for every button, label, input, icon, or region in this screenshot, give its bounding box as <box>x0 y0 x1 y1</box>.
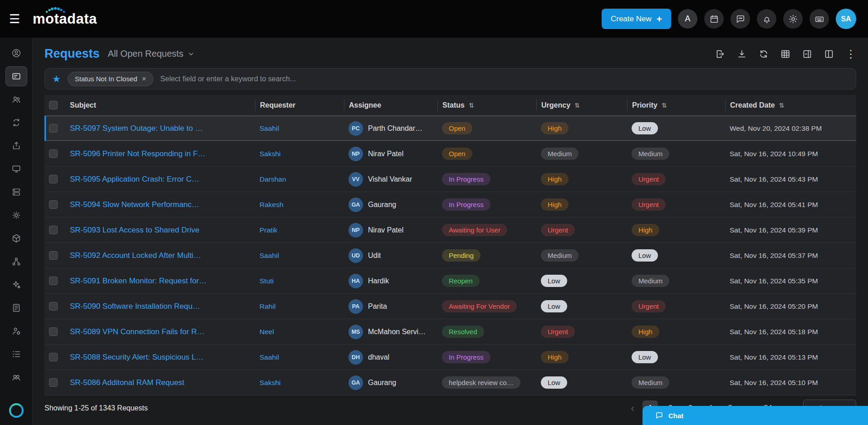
table-row[interactable]: SR-5092 Account Locked After Multi… Saah… <box>44 243 856 268</box>
column-requester[interactable]: Requester <box>255 99 344 111</box>
requester-link[interactable]: Darshan <box>260 175 286 183</box>
status-cell: Open <box>437 122 536 134</box>
chip-close-icon[interactable]: × <box>142 74 146 84</box>
sort-icon[interactable]: ⇅ <box>469 102 474 109</box>
row-checkbox[interactable] <box>49 251 58 260</box>
sidebar-item-admin[interactable] <box>5 321 27 341</box>
hamburger-menu-icon[interactable]: ☰ <box>9 12 30 26</box>
subject-link[interactable]: SR-5089 VPN Connection Fails for R… <box>70 327 205 336</box>
sidebar-item-assets[interactable] <box>5 159 27 179</box>
row-checkbox[interactable] <box>49 124 58 133</box>
chat-launcher[interactable]: Chat <box>642 406 868 425</box>
sidebar-item-changes[interactable] <box>5 113 27 133</box>
priority-cell: Urgent <box>627 173 725 185</box>
sort-icon[interactable]: ⇅ <box>779 102 785 109</box>
view-selector[interactable]: All Open Requests <box>108 49 195 59</box>
table-row[interactable]: SR-5089 VPN Connection Fails for R… Neel… <box>44 319 856 345</box>
row-checkbox[interactable] <box>49 378 58 387</box>
settings-button[interactable] <box>783 9 803 29</box>
table-view-button[interactable] <box>780 49 791 59</box>
subject-link[interactable]: SR-5094 Slow Network Performanc… <box>70 200 199 209</box>
column-subject[interactable]: Subject <box>65 99 255 111</box>
download-button[interactable] <box>736 49 747 59</box>
row-checkbox[interactable] <box>49 327 58 336</box>
chat-button[interactable] <box>731 9 750 29</box>
row-checkbox[interactable] <box>49 200 58 209</box>
column-created-date[interactable]: Created Date⇅ <box>725 99 856 111</box>
favorite-star-icon[interactable]: ★ <box>52 74 61 84</box>
row-checkbox[interactable] <box>49 277 58 285</box>
table-row[interactable]: SR-5097 System Outage: Unable to … Saahi… <box>44 116 856 141</box>
column-assignee[interactable]: Assignee <box>344 99 437 111</box>
select-all-checkbox[interactable] <box>49 101 58 109</box>
subject-link[interactable]: SR-5090 Software Installation Requ… <box>70 302 200 311</box>
column-priority[interactable]: Priority⇅ <box>627 99 725 111</box>
row-checkbox[interactable] <box>49 149 58 158</box>
subject-link[interactable]: SR-5091 Broken Monitor: Request for… <box>70 277 206 286</box>
requester-link[interactable]: Rahil <box>260 302 275 311</box>
subject-link[interactable]: SR-5092 Account Locked After Multi… <box>70 251 201 260</box>
topbar-actions: Create New + A <box>602 9 856 29</box>
row-checkbox[interactable] <box>49 226 58 234</box>
requester-link[interactable]: Saahil <box>260 124 279 133</box>
table-row[interactable]: SR-5086 Additonal RAM Request Sakshi GA … <box>44 370 856 395</box>
requester-link[interactable]: Sakshi <box>260 150 281 158</box>
column-status[interactable]: Status⇅ <box>437 99 536 111</box>
sidebar-item-ai[interactable] <box>5 275 27 295</box>
sidebar-item-requests[interactable] <box>5 66 27 86</box>
table-row[interactable]: SR-5094 Slow Network Performanc… Rakesh … <box>44 192 856 217</box>
sidebar-item-users[interactable] <box>5 89 27 109</box>
sort-icon[interactable]: ⇅ <box>662 102 667 109</box>
sort-icon[interactable]: ⇅ <box>574 102 580 109</box>
server-icon <box>11 187 21 197</box>
sidebar-item-topology[interactable] <box>5 252 27 272</box>
sidebar-item-dashboard[interactable] <box>5 43 27 63</box>
subject-link[interactable]: SR-5093 Lost Access to Shared Drive <box>70 226 199 235</box>
avatar[interactable]: A <box>678 9 697 29</box>
user-avatar[interactable]: SA <box>836 9 856 29</box>
refresh-button[interactable] <box>758 49 769 59</box>
column-urgency[interactable]: Urgency⇅ <box>536 99 627 111</box>
sidebar-item-tasks[interactable] <box>5 344 27 364</box>
sidebar-item-automation[interactable] <box>5 205 27 225</box>
sidebar-item-cmdb[interactable] <box>5 182 27 202</box>
table-row[interactable]: SR-5093 Lost Access to Shared Drive Prat… <box>44 217 856 243</box>
notifications-button[interactable] <box>757 9 776 29</box>
calendar-button[interactable] <box>704 9 724 29</box>
table-row[interactable]: SR-5088 Security Alert: Suspicious L… Sa… <box>44 345 856 370</box>
priority-badge: Low <box>632 122 658 134</box>
filter-chip[interactable]: Status Not In Closed × <box>68 72 154 86</box>
table-row[interactable]: SR-5091 Broken Monitor: Request for… Stu… <box>44 268 856 294</box>
table-row[interactable]: SR-5090 Software Installation Requ… Rahi… <box>44 294 856 319</box>
collapse-panel-button[interactable] <box>802 49 813 59</box>
row-checkbox[interactable] <box>49 353 58 361</box>
requester-link[interactable]: Neel <box>260 328 274 336</box>
subject-link[interactable]: SR-5096 Printer Not Responding in F… <box>70 149 206 158</box>
requester-link[interactable]: Saahil <box>260 353 279 361</box>
prev-page-button[interactable]: ‹ <box>627 402 638 415</box>
subject-link[interactable]: SR-5088 Security Alert: Suspicious L… <box>70 353 204 362</box>
export-button[interactable] <box>715 49 726 59</box>
sidebar-item-teams[interactable] <box>5 367 27 387</box>
search-input[interactable] <box>160 75 848 83</box>
subject-link[interactable]: SR-5095 Application Crash: Error C… <box>70 175 199 184</box>
requester-link[interactable]: Sakshi <box>260 379 281 387</box>
sidebar-item-packages[interactable] <box>5 228 27 248</box>
table-row[interactable]: SR-5096 Printer Not Responding in F… Sak… <box>44 141 856 167</box>
subject-link[interactable]: SR-5097 System Outage: Unable to … <box>70 124 203 133</box>
requester-link[interactable]: Stuti <box>260 277 274 285</box>
keyboard-button[interactable] <box>809 9 829 29</box>
requester-link[interactable]: Saahil <box>260 252 279 260</box>
columns-button[interactable] <box>824 49 834 59</box>
more-options-button[interactable]: ⋮ <box>845 49 856 59</box>
sidebar-item-reports[interactable] <box>5 298 27 318</box>
requester-link[interactable]: Rakesh <box>260 201 284 209</box>
row-checkbox[interactable] <box>49 302 58 311</box>
requester-link[interactable]: Pratik <box>260 226 278 234</box>
table-row[interactable]: SR-5095 Application Crash: Error C… Dars… <box>44 167 856 192</box>
create-new-button[interactable]: Create New + <box>602 9 671 29</box>
sidebar-item-releases[interactable] <box>5 136 27 156</box>
row-checkbox[interactable] <box>49 175 58 183</box>
subject-link[interactable]: SR-5086 Additonal RAM Request <box>70 378 184 387</box>
assignee-cell: GA Gaurang <box>344 376 437 390</box>
